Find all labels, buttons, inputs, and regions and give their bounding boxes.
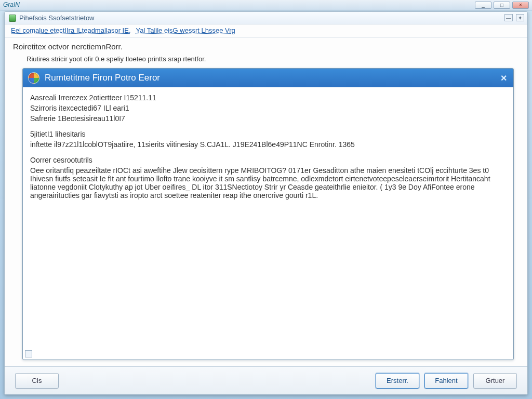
window-extra-button[interactable]: ✦ (516, 14, 524, 21)
error-app-icon (28, 72, 39, 84)
scroll-corner-icon[interactable] (25, 350, 32, 357)
error-line: Szirroris itexcectedi67 ILl eari1 (30, 104, 506, 112)
error-line: inftette il97z21l1lcoblOT9jaatiire, 11si… (30, 140, 506, 149)
os-titlebar: GraIN _ □ × (0, 0, 532, 10)
error-panel-close-icon[interactable]: ✕ (498, 72, 509, 84)
window-controls: — ✦ (504, 14, 524, 21)
os-window-controls: _ □ × (475, 2, 529, 9)
error-paragraph: Oee oritantfiq peazeiltate rIOCt asi awe… (30, 166, 506, 200)
os-app-label: GraIN (3, 1, 20, 8)
error-line: Aasreali Irrerezex 2otiertteer I15211.11 (30, 94, 506, 102)
wizard-window: Pihefsois Ssofsetstrietow — ✦ Eel comalu… (4, 11, 528, 395)
error-line: 5jitietI1 lihesitaris (30, 130, 506, 138)
footer-button-2[interactable]: Fahlent (424, 373, 468, 389)
breadcrumb-link-1[interactable]: Eel comalue etectIIra ILteadmallasor IE. (11, 26, 131, 34)
error-panel-body: Aasreali Irrerezex 2otiertteer I15211.11… (23, 87, 513, 360)
window-titlebar: Pihefsois Ssofsetstrietow — ✦ (5, 12, 527, 24)
wizard-footer: Cis Ersterr. Fahlent Grtuer (5, 366, 527, 394)
breadcrumb-bar: Eel comalue etectIIra ILteadmallasor IE.… (5, 24, 527, 38)
error-line: Safrerie 1Bectesisireau11l0I7 (30, 114, 506, 123)
error-panel: Rumtetitme Firon Potro Eeror ✕ Aasreali … (22, 68, 514, 360)
error-panel-titlebar: Rumtetitme Firon Potro Eeror ✕ (23, 69, 513, 87)
window-title: Pihefsois Ssofsetstrietow (19, 14, 95, 22)
os-maximize-button[interactable]: □ (494, 2, 510, 9)
error-panel-title: Rumtetitme Firon Potro Eeror (45, 73, 160, 83)
footer-button-3[interactable]: Grtuer (473, 373, 517, 389)
window-minimize-button[interactable]: — (504, 14, 513, 21)
page-subheading: Riutires stricir yoot ofir 0.e speliy tl… (5, 53, 527, 68)
os-minimize-button[interactable]: _ (475, 2, 491, 9)
breadcrumb-link-2[interactable]: Yal Talile eisG wessrt Lhssee Vrg (136, 26, 235, 34)
page-heading: Roiretitex octvor nerctiemnRorr. (5, 38, 527, 53)
app-icon (9, 15, 16, 22)
footer-button-1[interactable]: Ersterr. (376, 373, 419, 389)
footer-left-button[interactable]: Cis (15, 373, 59, 389)
os-close-button[interactable]: × (512, 2, 529, 9)
error-line: Oorrer cesrootutrils (30, 156, 506, 164)
